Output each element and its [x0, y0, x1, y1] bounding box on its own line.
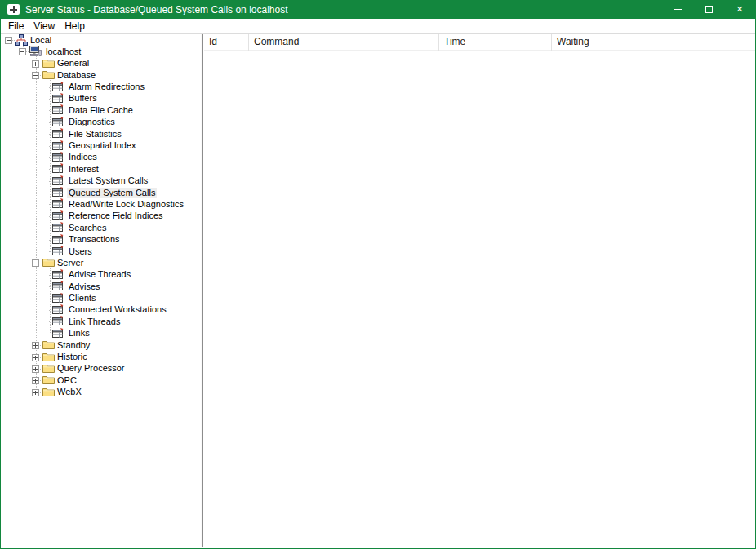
- expand-icon[interactable]: [32, 342, 39, 349]
- expand-icon[interactable]: [32, 354, 39, 361]
- tree-item-advises[interactable]: Advises: [1, 281, 201, 292]
- tree-item-label[interactable]: WebX: [56, 387, 83, 397]
- expand-icon[interactable]: [32, 377, 39, 384]
- computer-icon: [29, 46, 42, 57]
- list-header: IdCommandTimeWaiting: [204, 34, 755, 51]
- tree-item-label[interactable]: Database: [56, 70, 97, 81]
- tree-item-localhost[interactable]: localhost: [1, 46, 201, 57]
- menu-view[interactable]: View: [29, 19, 60, 33]
- maximize-icon: [705, 6, 713, 13]
- tree-item-label[interactable]: Advises: [67, 281, 102, 292]
- column-header-command[interactable]: Command: [249, 34, 439, 51]
- app-icon[interactable]: [7, 4, 20, 15]
- column-header-time[interactable]: Time: [439, 34, 552, 51]
- tree-item-local[interactable]: Local: [1, 34, 201, 46]
- menu-file[interactable]: File: [3, 19, 29, 33]
- expand-icon[interactable]: [32, 365, 39, 373]
- tree-item-link-threads[interactable]: Link Threads: [1, 316, 201, 327]
- server-tree: LocallocalhostGeneralDatabaseAlarm Redir…: [1, 34, 201, 547]
- collapse-icon[interactable]: [32, 259, 39, 267]
- tree-item-alarm-redirections[interactable]: Alarm Redirections: [1, 82, 201, 93]
- tree-item-server[interactable]: Server: [1, 257, 201, 268]
- tree-item-label[interactable]: Link Threads: [67, 317, 122, 327]
- tree-item-label[interactable]: Read/Write Lock Diagnostics: [67, 199, 185, 210]
- tree-item-read-write-lock-diagnostics[interactable]: Read/Write Lock Diagnostics: [1, 198, 201, 210]
- tree-item-label[interactable]: Advise Threads: [67, 269, 132, 280]
- tree-item-label[interactable]: Transactions: [67, 234, 122, 245]
- tree-item-diagnostics[interactable]: Diagnostics: [1, 117, 201, 128]
- tree-item-label[interactable]: Alarm Redirections: [67, 82, 146, 92]
- tree-item-label[interactable]: Interest: [67, 164, 100, 175]
- tree-item-label[interactable]: Geospatial Index: [67, 140, 138, 151]
- expand-icon[interactable]: [32, 60, 39, 68]
- main-content: LocallocalhostGeneralDatabaseAlarm Redir…: [1, 33, 755, 547]
- tree-item-data-file-cache[interactable]: Data File Cache: [1, 104, 201, 116]
- tree-item-label[interactable]: Data File Cache: [67, 105, 135, 116]
- maximize-button[interactable]: [693, 0, 724, 19]
- tree-item-label[interactable]: OPC: [56, 375, 78, 386]
- minimize-button[interactable]: [662, 0, 693, 19]
- close-button[interactable]: ✕: [724, 0, 755, 19]
- tree-item-label[interactable]: Local: [29, 35, 53, 46]
- collapse-icon[interactable]: [19, 48, 26, 55]
- tree-item-clients[interactable]: Clients: [1, 293, 201, 304]
- tree-item-historic[interactable]: Historic: [1, 352, 201, 363]
- tree-item-reference-field-indices[interactable]: Reference Field Indices: [1, 210, 201, 222]
- tree-item-indices[interactable]: Indices: [1, 152, 201, 163]
- tree-item-general[interactable]: General: [1, 58, 201, 69]
- tree-item-file-statistics[interactable]: File Statistics: [1, 128, 201, 139]
- folder-icon: [42, 352, 56, 363]
- tree-item-label[interactable]: File Statistics: [67, 129, 123, 139]
- tree-item-label[interactable]: Diagnostics: [67, 117, 117, 127]
- tree-item-interest[interactable]: Interest: [1, 163, 201, 175]
- folder-icon: [42, 387, 56, 398]
- tree-item-latest-system-calls[interactable]: Latest System Calls: [1, 175, 201, 187]
- tree-item-users[interactable]: Users: [1, 246, 201, 257]
- tree-item-label[interactable]: Buffers: [67, 93, 99, 104]
- tree-item-label[interactable]: Server: [56, 258, 85, 268]
- tree-item-label[interactable]: Links: [67, 328, 91, 339]
- column-header-filler: [598, 34, 755, 51]
- menu-help[interactable]: Help: [60, 19, 90, 33]
- tree-item-label[interactable]: Latest System Calls: [67, 175, 149, 186]
- collapse-icon[interactable]: [32, 72, 39, 79]
- tree-item-label[interactable]: localhost: [44, 46, 82, 57]
- tree-item-connected-workstations[interactable]: Connected Workstations: [1, 304, 201, 316]
- expand-icon[interactable]: [32, 389, 39, 396]
- tree-item-label[interactable]: Clients: [67, 293, 98, 303]
- folder-icon: [42, 374, 56, 386]
- tree-item-standby[interactable]: Standby: [1, 339, 201, 351]
- tree-item-label[interactable]: Standby: [56, 340, 91, 351]
- tree-item-label[interactable]: Historic: [56, 352, 89, 362]
- tree-item-transactions[interactable]: Transactions: [1, 234, 201, 246]
- tree-item-webx[interactable]: WebX: [1, 387, 201, 398]
- tree-item-advise-threads[interactable]: Advise Threads: [1, 269, 201, 281]
- table-icon: [52, 281, 65, 292]
- tree-item-label[interactable]: Reference Field Indices: [67, 210, 165, 221]
- tree-item-label[interactable]: Connected Workstations: [67, 304, 168, 315]
- tree-item-query-processor[interactable]: Query Processor: [1, 363, 201, 374]
- tree-item-buffers[interactable]: Buffers: [1, 93, 201, 104]
- tree-item-geospatial-index[interactable]: Geospatial Index: [1, 140, 201, 152]
- tree-item-links[interactable]: Links: [1, 328, 201, 339]
- title-bar[interactable]: Server Status - Database/Queued System C…: [1, 0, 755, 19]
- tree-item-label[interactable]: Searches: [67, 223, 108, 233]
- tree-item-database[interactable]: Database: [1, 69, 201, 81]
- column-header-id[interactable]: Id: [204, 34, 249, 51]
- tree-item-label[interactable]: General: [56, 58, 91, 69]
- table-icon: [52, 128, 65, 139]
- tree-item-label[interactable]: Queued System Calls: [67, 188, 157, 198]
- tree-item-queued-system-calls[interactable]: Queued System Calls: [1, 187, 201, 198]
- table-icon: [52, 175, 65, 187]
- tree-item-searches[interactable]: Searches: [1, 222, 201, 233]
- system-calls-list: IdCommandTimeWaiting: [204, 34, 755, 547]
- table-icon: [52, 117, 65, 128]
- table-icon: [52, 104, 65, 116]
- tree-item-label[interactable]: Indices: [67, 152, 99, 162]
- collapse-icon[interactable]: [5, 37, 12, 44]
- tree-connector-line: [50, 80, 51, 252]
- tree-item-label[interactable]: Users: [67, 246, 94, 257]
- tree-item-label[interactable]: Query Processor: [56, 363, 127, 374]
- tree-item-opc[interactable]: OPC: [1, 374, 201, 386]
- column-header-waiting[interactable]: Waiting: [552, 34, 598, 51]
